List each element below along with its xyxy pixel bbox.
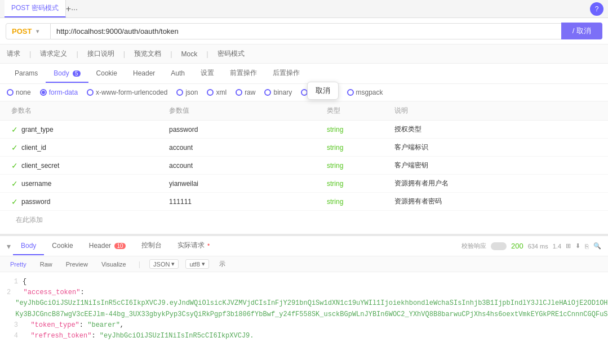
param-name[interactable]: username	[21, 180, 51, 188]
tab-add[interactable]: +	[66, 4, 71, 14]
resp-tab-console[interactable]: 控制台	[134, 236, 170, 256]
tab-auth[interactable]: Auth	[163, 65, 193, 83]
add-row-label: 在此添加	[16, 215, 43, 225]
param-name[interactable]: client_id	[21, 144, 46, 152]
tab-more[interactable]: ···	[71, 5, 78, 14]
line-num-4: 4	[7, 331, 18, 341]
radio-json	[176, 89, 183, 96]
resp-actions: 校验响应 200 634 ms 1.4 ⊞ ⬇ ⎘ 🔍	[461, 242, 601, 250]
resp-tab-actual[interactable]: 实际请求 •	[170, 236, 218, 256]
check-icon[interactable]: ✓	[11, 179, 18, 188]
param-name[interactable]: password	[21, 198, 50, 206]
param-name-cell: ✓ client_secret	[7, 159, 165, 172]
subnav-divider3: |	[123, 50, 125, 58]
line-num-1: 1	[7, 277, 18, 287]
add-param-row[interactable]: 在此添加	[0, 211, 608, 229]
cancel-button[interactable]: / 取消	[561, 23, 602, 39]
subnav-request[interactable]: 请求	[7, 48, 20, 60]
body-urlencoded[interactable]: x-www-form-urlencoded	[87, 88, 167, 96]
resp-tab-header[interactable]: Header 10	[81, 237, 134, 255]
method-label: POST	[12, 27, 32, 35]
subnav-docs[interactable]: 预览文档	[134, 48, 161, 60]
param-desc-cell: 资源拥有者密码	[390, 194, 601, 208]
header-type: 类型	[322, 104, 390, 118]
check-icon[interactable]: ✓	[11, 197, 18, 206]
wrap-label[interactable]: 示	[216, 259, 229, 269]
radio-raw	[236, 89, 242, 96]
check-icon[interactable]: ✓	[11, 125, 18, 134]
param-name[interactable]: grant_type	[21, 126, 54, 134]
body-form-data[interactable]: form-data	[40, 88, 78, 96]
wrap-icon[interactable]: ⊞	[566, 242, 571, 250]
body-none[interactable]: none	[7, 88, 31, 96]
format-select[interactable]: JSON ▾	[149, 259, 179, 269]
body-msgpack[interactable]: msgpack	[347, 88, 383, 96]
radio-urlencoded	[87, 89, 94, 96]
json-line-3: 3 "token_type": "bearer",	[7, 320, 601, 331]
line-num-2: 2	[7, 287, 11, 320]
tab-body[interactable]: Body 5	[46, 65, 88, 83]
param-desc-cell: 资源拥有者用户名	[390, 176, 601, 190]
tab-post-password[interactable]: POST 密码模式	[5, 0, 66, 17]
param-type-cell: string	[322, 123, 390, 136]
toggle-switch[interactable]	[491, 242, 507, 250]
body-xml[interactable]: xml	[207, 88, 227, 96]
tab-header[interactable]: Header	[125, 65, 163, 83]
format-pretty[interactable]: Pretty	[7, 260, 30, 269]
resp-size: 1.4	[553, 243, 561, 250]
json-line-2: 2 "access_token": "eyJhbGciOiJSUzI1NiIsI…	[7, 287, 601, 320]
encoding-select[interactable]: utf8 ▾	[185, 259, 208, 269]
url-input[interactable]	[51, 23, 561, 39]
collapse-icon[interactable]: ▾	[7, 242, 11, 251]
copy-icon[interactable]: ⎘	[585, 243, 589, 250]
save-icon[interactable]: ⬇	[575, 242, 580, 250]
body-binary[interactable]: binary	[264, 88, 292, 96]
body-type-bar: none form-data x-www-form-urlencoded jso…	[0, 84, 608, 101]
tab-bar: POST 密码模式 + ··· ?	[0, 0, 608, 18]
tab-pre-op[interactable]: 前置操作	[222, 64, 265, 83]
header-value: 参数值	[165, 104, 322, 118]
param-type-cell: string	[322, 177, 390, 190]
format-raw[interactable]: Raw	[37, 260, 56, 269]
params-header-row: 参数名 参数值 类型 说明	[0, 101, 608, 121]
format-arrow: ▾	[171, 260, 175, 268]
body-raw[interactable]: raw	[236, 88, 255, 96]
tab-params[interactable]: Params	[7, 65, 46, 83]
param-value-cell[interactable]: 111111	[165, 196, 322, 208]
resp-tab-cookie[interactable]: Cookie	[44, 237, 81, 255]
radio-msgpack	[347, 89, 354, 96]
param-value-cell[interactable]: password	[165, 123, 322, 136]
param-value-cell[interactable]: account	[165, 159, 322, 172]
dot-indicator: •	[207, 241, 210, 249]
search-resp-icon[interactable]: 🔍	[593, 242, 601, 250]
header-desc: 说明	[390, 104, 601, 118]
body-badge: 5	[73, 70, 81, 77]
response-tabs-bar: ▾ Body Cookie Header 10 控制台 实际请求 •	[0, 236, 608, 256]
format-divider: |	[139, 260, 140, 268]
param-name-cell: ✓ username	[7, 177, 165, 190]
json-line-1: 1 {	[7, 277, 601, 287]
subnav-divider5: |	[206, 50, 208, 58]
tab-post-op[interactable]: 后置操作	[265, 64, 308, 83]
param-value-cell[interactable]: yianweilai	[165, 177, 322, 190]
format-preview[interactable]: Preview	[63, 260, 91, 269]
tab-settings[interactable]: 设置	[193, 64, 222, 83]
resp-tab-body[interactable]: Body	[13, 237, 44, 255]
param-value-cell[interactable]: account	[165, 141, 322, 154]
param-name[interactable]: client_secret	[21, 162, 59, 170]
method-select[interactable]: POST ▾	[6, 23, 51, 39]
tab-cookie[interactable]: Cookie	[88, 65, 125, 83]
subnav-definition[interactable]: 请求定义	[40, 48, 67, 60]
subnav-interface[interactable]: 接口说明	[87, 48, 114, 60]
check-icon[interactable]: ✓	[11, 143, 18, 152]
radio-form-data	[40, 89, 47, 96]
subnav-password-mode[interactable]: 密码模式	[218, 48, 245, 60]
format-visualize[interactable]: Visualize	[98, 260, 130, 269]
subnav-divider1: |	[29, 50, 31, 58]
param-row-username: ✓ username yianweilai string 资源拥有者用户名	[0, 175, 608, 193]
req-tabs: Params Body 5 Cookie Header Auth 设置	[0, 64, 608, 84]
param-name-cell: ✓ client_id	[7, 141, 165, 154]
check-icon[interactable]: ✓	[11, 161, 18, 170]
subnav-mock[interactable]: Mock	[181, 49, 198, 59]
body-json[interactable]: json	[176, 88, 198, 96]
